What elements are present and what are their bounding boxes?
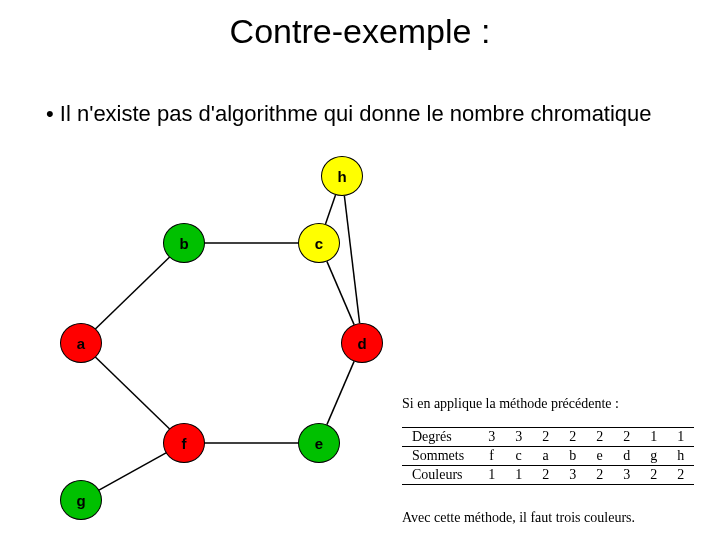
cell: e [586, 447, 613, 466]
edge-f-g [98, 453, 166, 491]
table-caption-bottom: Avec cette méthode, il faut trois couleu… [402, 510, 635, 526]
cell: f [478, 447, 505, 466]
cell: 2 [667, 466, 694, 485]
cell: 1 [505, 466, 532, 485]
cell: 2 [586, 428, 613, 447]
graph-diagram: hbcadfeg [30, 150, 430, 520]
node-g: g [60, 480, 102, 520]
cell: 3 [505, 428, 532, 447]
cell: 2 [532, 428, 559, 447]
bullet-text: Il n'existe pas d'algorithme qui donne l… [46, 100, 676, 128]
method-table: Degrés 3 3 2 2 2 2 1 1 Sommets f c a b e… [402, 427, 694, 485]
edge-c-d [327, 261, 354, 324]
cell: 2 [613, 428, 640, 447]
cell: 2 [559, 428, 586, 447]
table-row: Couleurs 1 1 2 3 2 3 2 2 [402, 466, 694, 485]
cell: 3 [559, 466, 586, 485]
row-label: Degrés [402, 428, 478, 447]
edge-d-e [327, 361, 354, 424]
node-a: a [60, 323, 102, 363]
node-c: c [298, 223, 340, 263]
cell: d [613, 447, 640, 466]
table-caption-top: Si en applique la méthode précédente : [402, 396, 619, 412]
edge-h-d [344, 196, 359, 323]
cell: 3 [613, 466, 640, 485]
cell: g [640, 447, 667, 466]
cell: 3 [478, 428, 505, 447]
row-label: Couleurs [402, 466, 478, 485]
node-f: f [163, 423, 205, 463]
table-row: Sommets f c a b e d g h [402, 447, 694, 466]
cell: 1 [640, 428, 667, 447]
node-d: d [341, 323, 383, 363]
cell: h [667, 447, 694, 466]
cell: 2 [586, 466, 613, 485]
node-h: h [321, 156, 363, 196]
edge-h-c [325, 195, 335, 224]
node-e: e [298, 423, 340, 463]
cell: 1 [667, 428, 694, 447]
cell: 1 [478, 466, 505, 485]
cell: a [532, 447, 559, 466]
table-row: Degrés 3 3 2 2 2 2 1 1 [402, 428, 694, 447]
cell: 2 [640, 466, 667, 485]
edge-a-f [95, 357, 169, 429]
node-b: b [163, 223, 205, 263]
cell: 2 [532, 466, 559, 485]
row-label: Sommets [402, 447, 478, 466]
cell: c [505, 447, 532, 466]
cell: b [559, 447, 586, 466]
edge-b-a [95, 257, 169, 329]
slide-title: Contre-exemple : [0, 12, 720, 51]
